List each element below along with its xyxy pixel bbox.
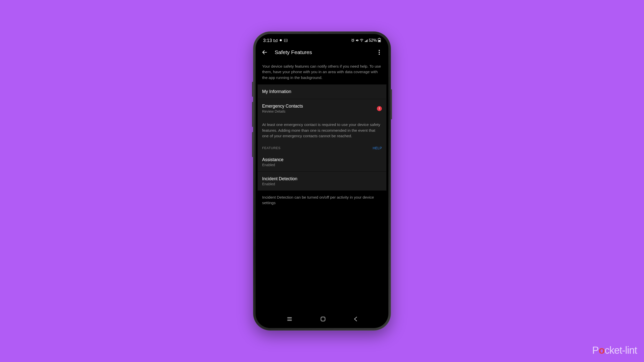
emergency-contacts-title: Emergency Contacts [262,104,303,109]
wifi-icon [360,38,364,43]
home-button[interactable] [320,316,326,322]
mute-icon [355,38,359,43]
alert-badge-text: ! [379,107,380,110]
back-nav-button[interactable] [353,316,357,322]
assistance-status: Enabled [262,163,284,167]
watermark-accent: o [599,345,605,356]
assistance-title: Assistance [262,157,284,162]
signal-icon [365,38,368,43]
phone-volume-down-button [252,132,253,157]
my-information-item[interactable]: My Information [258,84,386,99]
svg-point-0 [280,39,282,41]
back-button[interactable] [262,49,268,55]
status-bar: 3:13 [258,36,386,45]
watermark: Pocket-lint [592,345,637,356]
features-label: FEATURES [262,146,280,150]
emergency-note: At least one emergency contact is requir… [258,118,386,143]
svg-point-8 [379,52,380,53]
features-header: FEATURES HELP [258,143,386,153]
svg-point-9 [379,54,380,55]
status-time: 3:13 [263,38,272,43]
status-right: 52% [351,38,381,43]
watermark-suffix: cket-lint [605,345,637,356]
incident-detection-status: Enabled [262,182,297,186]
alarm-icon [351,38,354,43]
phone-screen: 3:13 [258,36,386,326]
incident-detection-title: Incident Detection [262,176,297,182]
emergency-contacts-subtitle: Review Details [262,109,303,113]
phone-volume-up-button [252,102,253,127]
image-icon [284,38,288,43]
svg-point-7 [379,50,380,51]
svg-rect-6 [379,40,380,42]
svg-rect-5 [379,38,380,38]
phone-power-button [391,89,392,119]
incident-note: Incident Detection can be turned on/off … [258,191,386,210]
content-area: Your device safety features can notify o… [258,60,386,312]
phone-bezel: 3:13 [256,34,388,328]
battery-icon [378,38,381,43]
phone-side-button [252,82,253,97]
alert-icon: ! [377,106,382,111]
svg-rect-10 [321,317,325,321]
more-options-button[interactable] [376,50,382,55]
page-title: Safety Features [275,49,369,55]
emergency-contacts-item[interactable]: Emergency Contacts Review Details ! [258,99,386,118]
status-left: 3:13 [263,38,288,43]
intro-text: Your device safety features can notify o… [258,60,386,84]
my-information-title: My Information [262,89,291,94]
watermark-prefix: P [592,345,599,356]
navigation-bar [258,312,386,326]
gmail-icon [273,38,277,43]
app-bar: Safety Features [258,45,386,60]
help-link[interactable]: HELP [373,146,382,150]
assistance-item[interactable]: Assistance Enabled [258,153,386,171]
phone-frame: 3:13 [253,31,391,331]
incident-detection-item[interactable]: Incident Detection Enabled [258,172,386,191]
recents-button[interactable] [287,316,293,322]
svg-rect-1 [284,39,287,42]
battery-text: 52% [369,38,377,43]
svg-point-3 [361,41,362,42]
weather-icon [279,38,283,43]
